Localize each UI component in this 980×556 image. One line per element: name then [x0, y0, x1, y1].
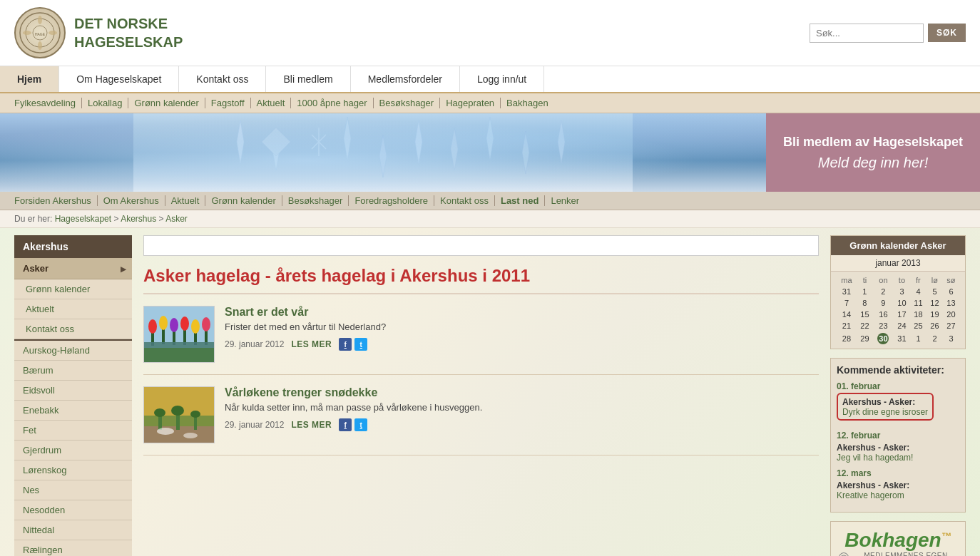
svg-point-31 — [180, 316, 189, 331]
secondary-nav: Forsiden Akershus Om Akershus Aktuelt Gr… — [0, 192, 980, 210]
secnav-om[interactable]: Om Akershus — [98, 195, 165, 206]
secnav-lenker[interactable]: Lenker — [545, 195, 585, 206]
subnav-fylkesavdeling[interactable]: Fylkesavdeling — [14, 98, 82, 108]
cal-day-today[interactable]: 30 — [873, 331, 894, 346]
secnav-aktuelt[interactable]: Aktuelt — [165, 195, 206, 206]
cal-day[interactable]: 11 — [910, 297, 927, 309]
cal-day[interactable]: 7 — [837, 297, 857, 309]
secnav-kontakt[interactable]: Kontakt oss — [434, 195, 495, 206]
secnav-gronn[interactable]: Grønn kalender — [205, 195, 282, 206]
sidebar-sub-kontakt[interactable]: Kontakt oss — [14, 319, 132, 339]
sidebar-nesodden[interactable]: Nesodden — [14, 500, 132, 520]
subnav-1000-apne[interactable]: 1000 åpne hager — [291, 98, 373, 108]
sidebar-baerum[interactable]: Bærum — [14, 361, 132, 381]
subnav-bakhagen[interactable]: Bakhagen — [501, 98, 554, 108]
sidebar-sub-aktuelt[interactable]: Aktuelt — [14, 299, 132, 319]
cal-day[interactable]: 1 — [857, 286, 873, 297]
sidebar-ralingen[interactable]: Rælingen — [14, 540, 132, 556]
sidebar-enebakk[interactable]: Enebakk — [14, 401, 132, 421]
article-1-twitter[interactable]: t — [354, 338, 367, 351]
breadcrumb-asker[interactable]: Asker — [165, 214, 188, 224]
cal-day[interactable]: 28 — [837, 331, 857, 346]
subnav-besokshager[interactable]: Besøkshager — [374, 98, 441, 108]
cal-day[interactable]: 27 — [943, 320, 959, 331]
subnav-lokallag[interactable]: Lokallag — [82, 98, 128, 108]
cal-day[interactable]: 10 — [894, 297, 910, 309]
activity-1-link[interactable]: Dyrk dine egne isroser — [842, 407, 928, 417]
cal-day[interactable]: 24 — [894, 320, 910, 331]
bokhagen-box[interactable]: Bokhagen™ MEDLEMMENES EGEN BOKHANDEL — [830, 521, 966, 556]
sidebar-nes[interactable]: Nes — [14, 480, 132, 500]
sidebar-nittedal[interactable]: Nittedal — [14, 520, 132, 540]
cal-day[interactable]: 16 — [873, 309, 894, 320]
cal-day[interactable]: 8 — [857, 297, 873, 309]
nav-logg-inn[interactable]: Logg inn/ut — [460, 66, 544, 92]
sidebar-lorenskog[interactable]: Lørenskog — [14, 460, 132, 480]
cal-day[interactable]: 6 — [943, 286, 959, 297]
promo-title: Bli medlem av Hageselskapet — [783, 134, 963, 150]
cal-header-fr: fr — [910, 274, 927, 286]
article-2-excerpt: Når kulda setter inn, må man passe på vå… — [225, 402, 482, 413]
activity-3-date: 12. mars — [837, 468, 959, 478]
subnav-gronn-kalender[interactable]: Grønn kalender — [128, 98, 205, 108]
subnav-fagstoff[interactable]: Fagstoff — [205, 98, 251, 108]
subnav-hagepraten[interactable]: Hagepraten — [440, 98, 501, 108]
article-2-facebook[interactable]: f — [339, 418, 352, 431]
cal-day[interactable]: 15 — [857, 309, 873, 320]
cal-day[interactable]: 19 — [927, 309, 943, 320]
cal-day[interactable]: 12 — [927, 297, 943, 309]
cal-day[interactable]: 9 — [873, 297, 894, 309]
banner-promo[interactable]: Bli medlem av Hageselskapet Meld deg inn… — [766, 113, 980, 192]
article-1-facebook[interactable]: f — [339, 338, 352, 351]
article-2-les-mer[interactable]: LES MER — [291, 420, 332, 430]
svg-text:HAGE: HAGE — [35, 32, 46, 36]
sidebar-eidsvoll[interactable]: Eidsvoll — [14, 381, 132, 401]
search-button[interactable]: SØK — [928, 24, 966, 42]
secnav-besok[interactable]: Besøkshager — [282, 195, 349, 206]
activity-3-link[interactable]: Kreative hagerom — [837, 490, 959, 500]
cal-day[interactable]: 14 — [837, 309, 857, 320]
cal-day[interactable]: 20 — [943, 309, 959, 320]
cal-day[interactable]: 3 — [894, 286, 910, 297]
cal-header-ti: ti — [857, 274, 873, 286]
subnav-aktuelt[interactable]: Aktuelt — [251, 98, 292, 108]
secnav-last-ned[interactable]: Last ned — [495, 195, 545, 206]
nav-om-hageselskapet[interactable]: Om Hageselskapet — [59, 66, 179, 92]
sidebar-fet[interactable]: Fet — [14, 421, 132, 441]
activity-2-link[interactable]: Jeg vil ha hagedam! — [837, 453, 959, 463]
cal-header-so: sø — [943, 274, 959, 286]
cal-day[interactable]: 18 — [910, 309, 927, 320]
article-1-les-mer[interactable]: LES MER — [291, 339, 332, 349]
sidebar-active-asker[interactable]: Asker — [14, 258, 132, 279]
article-2-twitter[interactable]: t — [354, 418, 367, 431]
sidebar-sub-gronn[interactable]: Grønn kalender — [14, 279, 132, 299]
nav-medlemsfordeler[interactable]: Medlemsfordeler — [351, 66, 460, 92]
cal-day[interactable]: 22 — [857, 320, 873, 331]
search-input[interactable] — [810, 24, 924, 43]
cal-day[interactable]: 21 — [837, 320, 857, 331]
svg-point-29 — [170, 318, 178, 332]
nav-kontakt-oss[interactable]: Kontakt oss — [179, 66, 266, 92]
cal-day[interactable]: 31 — [894, 331, 910, 346]
content-search-input[interactable] — [143, 235, 819, 256]
cal-day[interactable]: 5 — [927, 286, 943, 297]
nav-hjem[interactable]: Hjem — [0, 66, 59, 92]
cal-day[interactable]: 2 — [873, 286, 894, 297]
cal-day[interactable]: 13 — [943, 297, 959, 309]
breadcrumb-akershus[interactable]: Akershus — [121, 214, 156, 224]
breadcrumb-hageselskapet[interactable]: Hageselskapet — [55, 214, 111, 224]
sidebar-gjerdrum[interactable]: Gjerdrum — [14, 441, 132, 460]
secnav-forsiden[interactable]: Forsiden Akershus — [14, 195, 98, 206]
cal-day[interactable]: 4 — [910, 286, 927, 297]
cal-day[interactable]: 23 — [873, 320, 894, 331]
sidebar-aurskog[interactable]: Aurskog-Høland — [14, 341, 132, 361]
cal-day[interactable]: 25 — [910, 320, 927, 331]
svg-point-27 — [159, 316, 168, 330]
cal-day[interactable]: 26 — [927, 320, 943, 331]
cal-day[interactable]: 29 — [857, 331, 873, 346]
svg-marker-12 — [344, 117, 351, 160]
secnav-foredrag[interactable]: Foredragsholdere — [349, 195, 434, 206]
cal-day[interactable]: 17 — [894, 309, 910, 320]
banner-area: Bli medlem av Hageselskapet Meld deg inn… — [0, 113, 980, 192]
nav-bli-medlem[interactable]: Bli medlem — [266, 66, 350, 92]
